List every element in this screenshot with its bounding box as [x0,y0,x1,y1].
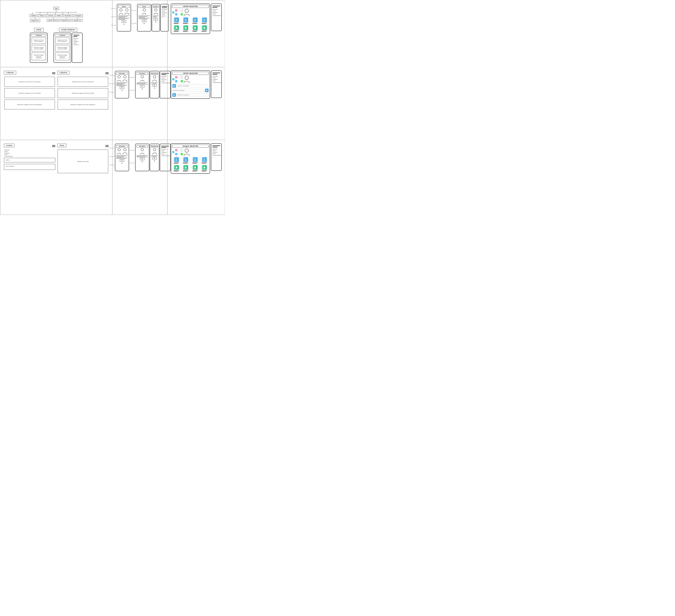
about-page: About details and story [57,144,108,175]
mid-chain-3: ⛓ [152,84,157,87]
br-sidebar-designers[interactable]: Designers [212,151,221,153]
apple-icon-mid[interactable]: ♪ [180,76,183,78]
bot-their-works-1c: Their works [109,164,114,165]
hamburger-icon-right[interactable] [105,72,108,74]
phone1-left-labels: Their works Their works Their works [111,4,117,29]
svg-point-27 [141,148,143,151]
mr-sidebar-artists[interactable]: Artists [212,77,221,78]
ig-icon-mid[interactable]: ig [175,76,177,78]
tr-sidebar-about[interactable]: About [212,13,221,15]
bot-left-cell: Contact Musicians Artists Designers Abou… [0,140,112,215]
br-sidebar-contact[interactable]: Contact/Support [212,154,221,156]
nav-artists[interactable]: Artists [73,39,81,41]
designer-tw-icon[interactable]: tw [175,153,177,155]
nav-contact[interactable]: Contact us [73,44,81,46]
designer-ig-icon[interactable]: ig [175,149,177,151]
artist-avatar-top [183,9,190,16]
twitter-icon-top[interactable]: tw [175,13,177,15]
mid-left-cell: Collection Random art from the musicians… [0,67,112,140]
phone-musicians-title: Musicians [116,72,128,75]
svg-point-26 [124,148,126,151]
svg-point-18 [124,76,126,78]
instagram-icon-top[interactable]: ig [175,9,177,12]
collection-no-sidebar: Collection Random art from the musicians… [4,71,55,111]
sitemap-artists: Artists [55,14,62,17]
app-icon-8 [200,25,209,32]
phone-bot-2: Musicians ⛓ 2 [135,144,149,171]
contact-hamburger[interactable] [52,145,55,147]
svg-point-17 [118,76,120,78]
tw-icon-mid[interactable]: tw [175,80,177,82]
svg-point-0 [120,9,122,11]
nav-designers[interactable]: Designers [73,41,81,42]
contact-nav-about[interactable]: About [4,154,55,155]
collection-artists-box-2: Random images from the artists [58,88,108,98]
phone-musicians-1: Musicians ⛓ [115,71,129,98]
mr-sidebar-about[interactable]: About [212,80,221,82]
song-about-3: About the song/album [177,93,209,96]
artist-selected-title-mid: ARTIST SELECTED [172,72,209,75]
designer-icon-2 [181,157,190,164]
app-icon-5 [172,25,181,32]
musician-icon-3 [140,75,145,82]
br-sidebar-musicians[interactable]: Musicians [212,148,221,150]
bot-phone-num-3: 3 [151,160,158,162]
spotify-icon-top[interactable]: sp [180,13,183,15]
artist-avatar-mid [183,76,190,83]
hamburger-icon-left[interactable] [52,72,55,74]
sidebar-musicians[interactable]: Musicians [161,9,168,10]
bot-right-cell: Designer SELECTED 1 ig ♪ tw [167,140,225,215]
home-section1: Random art from the musicians [32,38,46,44]
about-label: About [57,144,66,147]
designer-icon-3 [191,157,200,164]
svg-marker-14 [184,26,187,29]
mr-sidebar-designers[interactable]: Designers [212,78,221,80]
tr-sidebar-contact[interactable]: Contact/Support [212,15,221,16]
svg-point-28 [153,148,156,151]
social-row-mid-2: tw sp [175,80,183,82]
collection-artists-box: Random images from the artists [4,88,55,98]
sidebar-designers[interactable]: Designers [161,12,168,14]
song-item-3: About the song/album [172,93,209,97]
mid-right-content: ARTIST SELECTED 1 ig ♪ tw [169,69,223,100]
mid-their-works-1b: Their works [109,83,114,84]
contact-nav-artists[interactable]: Artists [4,151,55,152]
mr-sidebar-contact[interactable]: Contact/Support [212,82,221,83]
app-icon-7 [191,25,200,32]
tr-sidebar-musicians[interactable]: Musicians [212,8,221,10]
sitemap-designer-az: Designer (a-z) [72,19,82,21]
collection-designers-box-2: Random images from the designers [58,99,108,110]
sidebar-about[interactable]: About [161,14,168,15]
home-sidebar-nav: Musicians Artists Designers About Contac… [72,33,83,63]
phone-musicians-2: Musicians ⛓ 2 [135,71,149,98]
tr-sidebar-artists[interactable]: Artists [212,10,221,12]
designer-sp-icon[interactable]: sp [180,153,183,155]
collection-musicians-box-2: Random art from the musicians [58,77,108,87]
br-sidebar-about[interactable]: About [212,153,221,154]
about-hamburger[interactable] [105,145,108,147]
mid-left-content: Collection Random art from the musicians… [2,69,110,112]
contact-nav-musicians[interactable]: Musicians [4,149,55,151]
br-sidebar-artists[interactable]: Artists [212,150,221,151]
tr-sidebar-designers[interactable]: Designers [212,12,221,13]
app-icon-2 [181,17,190,24]
svg-point-20 [153,76,156,78]
home-section2: Random images from the artists [32,45,46,51]
contact-nav-support[interactable]: Contact/Support [4,155,55,157]
nav-about[interactable]: About [73,42,81,44]
social-row-mid-1: ig ♪ [175,76,183,78]
contact-nav-designers[interactable]: Designers [4,152,55,154]
sidebar-artists[interactable]: Artists [161,10,168,12]
apple-icon-top[interactable]: ♪ [180,9,183,12]
phone-artists-title-2: Artists [139,5,150,8]
home-phone-title: Collection [31,34,46,37]
sp-icon-mid[interactable]: sp [180,80,183,82]
designer-apple-icon[interactable]: ♪ [180,149,183,151]
bot-left-content: Contact Musicians Artists Designers Abou… [2,142,110,176]
nav-musicians[interactable]: Musicians [73,38,81,39]
bot-person-2 [122,148,128,155]
home-sidebar-phone: Collection Random art from the musicians… [54,33,71,63]
sidebar-contact-us[interactable]: Contact us [161,15,168,18]
mr-sidebar-musicians[interactable]: Musicians [212,75,221,77]
sitemap-musicians-az: Musicians (a-z) [61,19,72,21]
